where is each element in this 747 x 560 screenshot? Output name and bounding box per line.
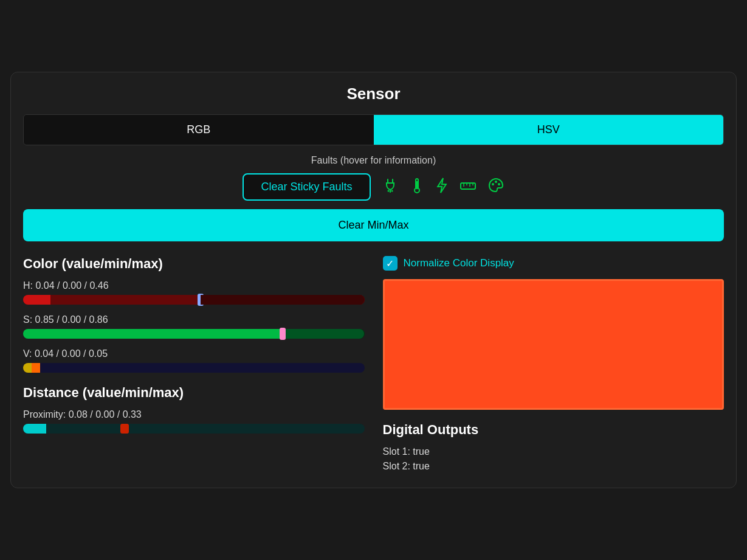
tab-hsv[interactable]: HSV [374,115,724,145]
prox-bar-red [120,424,129,434]
clear-minmax-button[interactable]: Clear Min/Max [23,209,724,241]
svg-point-1 [391,190,393,192]
thermometer-fault-icon[interactable] [410,177,424,198]
faults-label: Faults (hover for information) [23,155,724,166]
distance-section: Distance (value/min/max) Proximity: 0.08… [23,385,365,434]
svg-point-14 [498,183,500,185]
palette-fault-icon[interactable] [487,177,504,198]
v-bar-yellow [23,363,32,373]
svg-point-0 [387,190,389,192]
s-value-label: S: 0.85 / 0.00 / 0.86 [23,314,365,325]
svg-point-13 [495,181,497,183]
ruler-fault-icon[interactable] [460,178,477,196]
normalize-label: Normalize Color Display [404,257,514,269]
tab-rgb[interactable]: RGB [24,115,374,145]
color-section-title: Color (value/min/max) [23,256,365,272]
plug-fault-icon[interactable] [382,177,399,198]
digital-outputs-title: Digital Outputs [383,422,725,438]
lightning-fault-icon[interactable] [435,177,449,198]
v-bar-track [23,363,365,373]
faults-row: Clear Sticky Faults [23,173,724,201]
page-title: Sensor [23,85,724,103]
two-column-layout: Color (value/min/max) H: 0.04 / 0.00 / 0… [23,256,724,475]
color-display-box [383,279,725,410]
faults-section: Faults (hover for information) Clear Sti… [23,155,724,201]
main-container: Sensor RGB HSV Faults (hover for informa… [10,72,737,488]
h-value-label: H: 0.04 / 0.00 / 0.46 [23,280,365,291]
normalize-checkbox[interactable]: ✓ [383,256,398,271]
v-bar-orange [32,363,40,373]
prox-bar-cyan [23,424,46,434]
v-value-label: V: 0.04 / 0.00 / 0.05 [23,348,365,359]
proximity-bar-track [23,424,365,434]
svg-point-12 [492,183,494,185]
slot2-label: Slot 2: true [383,461,725,472]
left-column: Color (value/min/max) H: 0.04 / 0.00 / 0… [23,256,365,475]
proximity-value-label: Proximity: 0.08 / 0.00 / 0.33 [23,409,365,420]
slot1-label: Slot 1: true [383,446,725,457]
s-bar-track [23,329,365,339]
tab-row: RGB HSV [23,114,724,145]
clear-sticky-faults-button[interactable]: Clear Sticky Faults [243,173,370,201]
digital-outputs-section: Digital Outputs Slot 1: true Slot 2: tru… [383,422,725,472]
normalize-row: ✓ Normalize Color Display [383,256,725,271]
distance-section-title: Distance (value/min/max) [23,385,365,401]
h-bar-track [23,295,365,305]
right-column: ✓ Normalize Color Display Digital Output… [383,256,725,475]
